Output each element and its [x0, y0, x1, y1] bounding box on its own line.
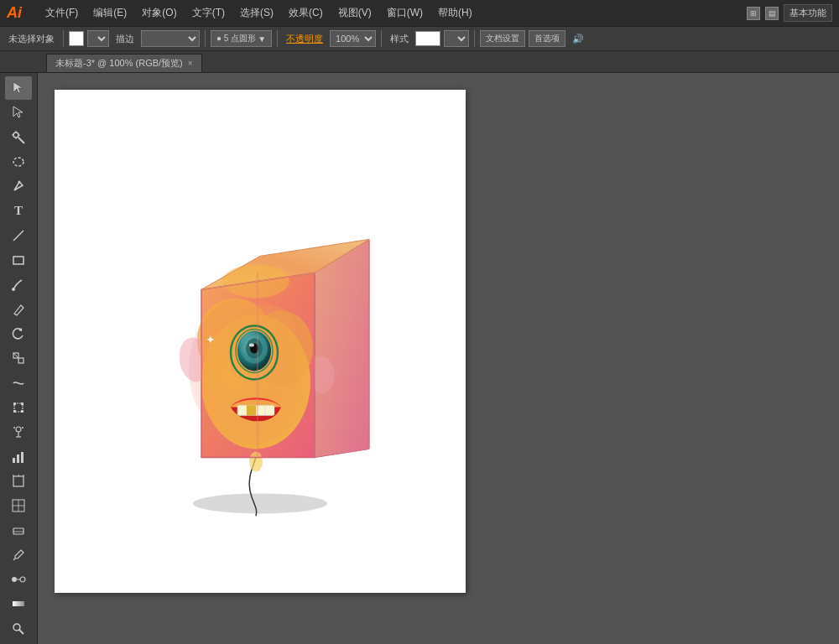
svg-rect-25	[13, 476, 23, 486]
svg-rect-18	[21, 410, 23, 413]
svg-point-21	[22, 427, 23, 428]
svg-point-20	[13, 427, 15, 428]
symbol-sprayer-tool-button[interactable]	[5, 420, 32, 444]
menu-effect[interactable]: 效果(C)	[282, 4, 330, 22]
toolbar: 未选择对象 描边 ● 5 点圆形 ▼ 不透明度 100% 样式 文档设置 首选项…	[0, 26, 839, 51]
lasso-tool-button[interactable]	[5, 150, 32, 174]
scale-tool-button[interactable]	[5, 346, 32, 370]
zoom-tool-button[interactable]	[5, 617, 32, 641]
svg-point-35	[20, 577, 25, 582]
svg-point-62	[249, 451, 263, 471]
sep4	[381, 30, 382, 47]
svg-point-55	[249, 343, 254, 346]
svg-rect-12	[18, 358, 23, 363]
extra-btn[interactable]: 🔊	[569, 32, 587, 46]
menu-view[interactable]: 视图(V)	[331, 4, 378, 22]
svg-point-40	[193, 493, 327, 513]
doc-settings-button[interactable]: 文档设置	[480, 30, 525, 47]
menu-bar: 文件(F) 编辑(E) 对象(O) 文字(T) 选择(S) 效果(C) 视图(V…	[39, 4, 747, 22]
fill-select[interactable]	[87, 30, 109, 47]
menu-window[interactable]: 窗口(W)	[380, 4, 430, 22]
style-select[interactable]	[444, 30, 469, 47]
svg-point-6	[13, 158, 23, 166]
gradient-tool-button[interactable]	[5, 592, 32, 615]
style-label: 样式	[387, 31, 412, 47]
app-grid-button[interactable]: ⊞	[747, 7, 760, 20]
sep2	[205, 30, 206, 47]
tab-bar: 未标题-3* @ 100% (RGB/预览) ×	[0, 51, 839, 73]
svg-point-1	[13, 132, 18, 138]
pen-tool-button[interactable]	[5, 174, 32, 198]
rotate-tool-button[interactable]	[5, 322, 32, 345]
slice-tool-button[interactable]	[5, 494, 32, 517]
no-selection-label: 未选择对象	[5, 31, 58, 47]
svg-line-39	[19, 630, 23, 634]
menu-type[interactable]: 文字(T)	[185, 4, 232, 22]
opacity-select[interactable]: 100%	[330, 30, 376, 47]
eraser-tool-button[interactable]	[5, 518, 32, 542]
pencil-tool-button[interactable]	[5, 298, 32, 321]
line-tool-button[interactable]	[5, 224, 32, 247]
selection-tool-button[interactable]	[5, 76, 32, 100]
workspace-label[interactable]: 基本功能	[784, 4, 832, 22]
svg-line-13	[13, 353, 18, 358]
shape-tool-button[interactable]	[5, 248, 32, 272]
artboard: ✦	[55, 90, 466, 593]
svg-rect-37	[13, 601, 24, 606]
free-transform-tool-button[interactable]	[5, 396, 32, 419]
sep3	[277, 30, 278, 47]
column-graph-tool-button[interactable]	[5, 444, 32, 468]
svg-rect-9	[13, 257, 23, 264]
svg-line-33	[13, 558, 15, 560]
direct-selection-tool-button[interactable]	[5, 101, 32, 124]
svg-rect-23	[17, 454, 19, 463]
blend-tool-button[interactable]	[5, 568, 32, 591]
svg-rect-22	[13, 458, 15, 463]
menu-object[interactable]: 对象(O)	[135, 4, 183, 22]
paintbrush-tool-button[interactable]	[5, 273, 32, 296]
svg-rect-32	[13, 528, 23, 534]
toolbox: T	[0, 73, 38, 644]
magic-wand-tool-button[interactable]	[5, 126, 32, 149]
sep5	[474, 30, 475, 47]
style-swatch[interactable]	[415, 31, 440, 46]
fill-color-swatch[interactable]	[69, 31, 84, 46]
tab-close-button[interactable]: ×	[188, 59, 193, 68]
svg-rect-61	[247, 405, 256, 415]
title-bar: Ai 文件(F) 编辑(E) 对象(O) 文字(T) 选择(S) 效果(C) 视…	[0, 0, 839, 26]
menu-file[interactable]: 文件(F)	[39, 4, 85, 22]
sep1	[63, 30, 64, 47]
eyedropper-tool-button[interactable]	[5, 543, 32, 567]
preferences-button[interactable]: 首选项	[529, 30, 565, 47]
svg-point-38	[13, 624, 20, 631]
svg-rect-15	[13, 402, 16, 405]
document-tab[interactable]: 未标题-3* @ 100% (RGB/预览) ×	[46, 54, 202, 72]
svg-point-7	[18, 181, 21, 184]
svg-rect-24	[21, 452, 23, 463]
stroke-label: 描边	[112, 31, 138, 47]
svg-rect-16	[21, 402, 23, 405]
menu-edit[interactable]: 编辑(E)	[86, 4, 133, 22]
svg-point-10	[12, 288, 15, 291]
canvas-area[interactable]: ✦	[38, 73, 839, 644]
main-area: T	[0, 73, 839, 644]
type-tool-button[interactable]: T	[5, 199, 32, 222]
stroke-select[interactable]	[141, 30, 200, 47]
dot-shape-button[interactable]: ● 5 点圆形 ▼	[211, 30, 272, 47]
menu-help[interactable]: 帮助(H)	[431, 4, 479, 22]
svg-point-19	[16, 427, 21, 432]
menu-select[interactable]: 选择(S)	[233, 4, 280, 22]
svg-line-8	[13, 231, 23, 241]
svg-line-0	[18, 138, 24, 143]
artboard-tool-button[interactable]	[5, 470, 32, 493]
app-logo: Ai	[7, 4, 35, 22]
svg-point-34	[12, 577, 17, 582]
svg-rect-17	[13, 410, 16, 413]
svg-marker-41	[315, 239, 369, 457]
app-menu-button[interactable]: ▤	[765, 7, 779, 20]
svg-text:✦: ✦	[206, 333, 216, 346]
opacity-label: 不透明度	[283, 31, 326, 47]
tab-title: 未标题-3* @ 100% (RGB/预览)	[55, 57, 183, 70]
window-controls: ⊞ ▤ 基本功能	[747, 4, 832, 22]
warp-tool-button[interactable]	[5, 371, 32, 395]
